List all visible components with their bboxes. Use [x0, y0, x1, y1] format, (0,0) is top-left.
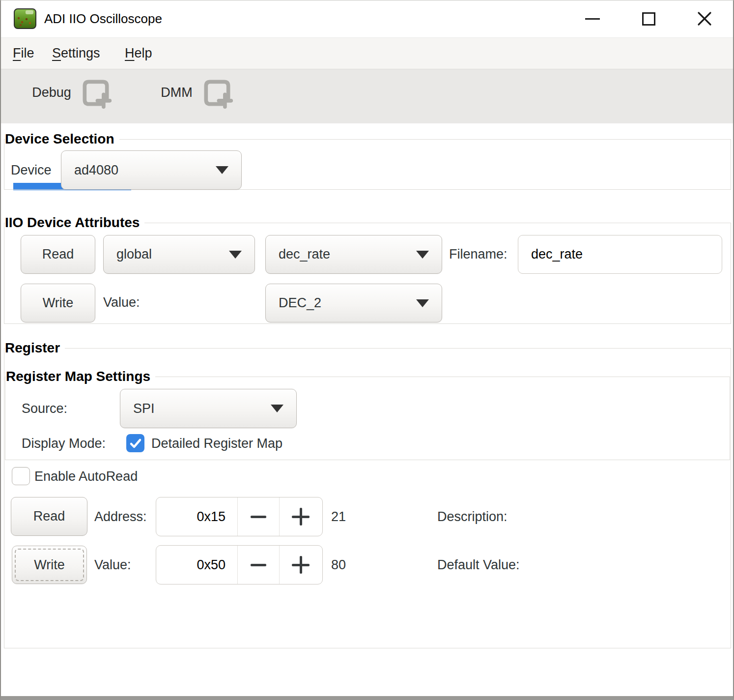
filename-input-value: dec_rate [531, 247, 583, 262]
address-decimal-value: 21 [331, 508, 346, 525]
source-value: SPI [133, 401, 155, 416]
source-label: Source: [22, 400, 67, 417]
menu-help[interactable]: Help [120, 38, 157, 69]
address-input[interactable]: 0x15 [156, 497, 237, 536]
title-bar: ADI IIO Oscilloscope [1, 0, 733, 37]
attr-read-button[interactable]: Read [21, 235, 95, 274]
value-spinbutton: 0x50 [156, 545, 323, 584]
address-label: Address: [94, 508, 147, 525]
close-button[interactable] [689, 3, 720, 34]
tab-dmm-label: DMM [161, 85, 192, 100]
detailed-register-map-checkbox[interactable] [126, 434, 144, 452]
chevron-down-icon [229, 251, 242, 259]
chevron-down-icon [216, 166, 228, 174]
value-input[interactable]: 0x50 [156, 546, 237, 584]
tab-debug[interactable]: Debug [13, 69, 131, 116]
popout-new-window-icon[interactable] [79, 76, 113, 110]
menu-bar: File Settings Help [1, 37, 733, 69]
attr-value-value: DEC_2 [279, 295, 321, 311]
tab-debug-label: Debug [32, 85, 71, 100]
window-title: ADI IIO Oscilloscope [44, 11, 162, 27]
minus-icon [251, 516, 266, 518]
register-read-button[interactable]: Read [11, 497, 87, 536]
minimize-button[interactable] [577, 3, 608, 34]
maximize-icon [642, 12, 655, 26]
tab-strip: Debug DMM [1, 69, 733, 123]
register-map-settings-frame [5, 377, 730, 460]
chevron-down-icon [271, 405, 283, 412]
display-mode-label: Display Mode: [22, 435, 106, 452]
tab-dmm[interactable]: DMM [140, 69, 255, 116]
register-write-button[interactable]: Write [12, 546, 87, 584]
maximize-button[interactable] [633, 3, 664, 34]
minus-icon [251, 564, 266, 566]
source-combobox[interactable]: SPI [120, 389, 297, 428]
plus-icon [292, 556, 310, 574]
checkmark-icon [129, 437, 142, 450]
device-combobox[interactable]: ad4080 [61, 150, 242, 190]
app-window: ADI IIO Oscilloscope File Settings Help … [0, 0, 734, 700]
address-increment-button[interactable] [279, 497, 323, 536]
device-combobox-value: ad4080 [74, 163, 118, 178]
enable-autoread-label: Enable AutoRead [34, 468, 138, 485]
device-label: Device [11, 162, 52, 178]
enable-autoread-checkbox[interactable] [12, 467, 30, 485]
app-icon [14, 7, 36, 30]
default-value-label: Default Value: [437, 556, 520, 573]
attr-category-value: global [116, 247, 152, 262]
attr-name-value: dec_rate [279, 247, 330, 262]
filename-label: Filename: [449, 246, 508, 262]
menu-file[interactable]: File [8, 38, 39, 69]
filename-input[interactable]: dec_rate [518, 235, 722, 274]
description-label: Description: [437, 508, 508, 525]
attr-category-combobox[interactable]: global [103, 235, 255, 274]
attr-name-combobox[interactable]: dec_rate [265, 235, 442, 274]
register-value-label: Value: [94, 556, 131, 573]
close-icon [696, 10, 713, 27]
register-frame-label: Register [5, 340, 65, 356]
attr-value-label: Value: [103, 294, 140, 311]
attr-write-button[interactable]: Write [21, 284, 95, 322]
chevron-down-icon [416, 299, 429, 307]
chevron-down-icon [416, 251, 429, 259]
popout-new-window-icon[interactable] [200, 76, 234, 110]
menu-settings[interactable]: Settings [47, 38, 105, 69]
detailed-register-map-label: Detailed Register Map [151, 435, 282, 452]
value-increment-button[interactable] [279, 546, 323, 584]
iio-attributes-frame-label: IIO Device Attributes [5, 214, 144, 231]
address-decrement-button[interactable] [237, 497, 279, 536]
device-selection-frame-label: Device Selection [5, 131, 119, 147]
address-spinbutton: 0x15 [156, 497, 323, 536]
plus-icon [292, 508, 310, 525]
register-map-settings-frame-label: Register Map Settings [6, 368, 155, 385]
value-decimal-value: 80 [331, 556, 346, 573]
value-decrement-button[interactable] [237, 546, 279, 584]
attr-value-combobox[interactable]: DEC_2 [265, 284, 442, 322]
minimize-icon [585, 18, 600, 20]
